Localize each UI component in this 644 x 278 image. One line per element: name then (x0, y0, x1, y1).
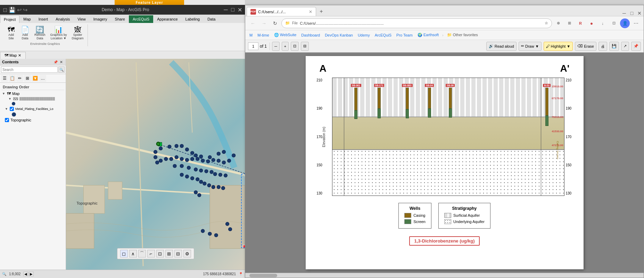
zoom-in-btn[interactable]: ⊞ (165, 250, 173, 257)
tab-view[interactable]: View (74, 15, 90, 23)
arcgis-title: Demo - Map - ArcGIS Pro (27, 7, 223, 12)
forward-btn[interactable]: → (259, 18, 269, 28)
drawing-order-btn[interactable]: 📋 (9, 75, 16, 82)
scrollbar-thumb[interactable] (249, 274, 277, 277)
profile-btn[interactable]: 👤 (620, 18, 630, 28)
tab-appearance[interactable]: Appearance (153, 15, 181, 23)
layer-item-blurred[interactable]: ▼ ████████████████ (1, 96, 64, 101)
panel-header-controls: 📌 ✕ (53, 59, 64, 64)
layer-dot[interactable] (1, 101, 64, 106)
curve-tool-btn[interactable]: ⌒ (138, 250, 146, 257)
pan-right-btn[interactable]: ▶ (29, 272, 34, 276)
fav-mtime[interactable]: M-time (255, 32, 271, 38)
pdf-content[interactable]: A A' 210 190 170 150 130 Elevation (m) (245, 53, 644, 273)
close-btn[interactable]: ✕ (237, 7, 242, 12)
tab-analysis[interactable]: Analysis (52, 15, 74, 23)
page-number-input[interactable] (248, 42, 258, 50)
select-tool-btn[interactable]: ◻ (120, 250, 128, 257)
ext3-btn[interactable]: ● (587, 18, 596, 28)
fit-page-btn[interactable]: ⊡ (291, 42, 299, 51)
tab-labeling[interactable]: Labeling (182, 15, 204, 23)
tab-share[interactable]: Share (111, 15, 129, 23)
fav-earthsoft[interactable]: 🌍 Earthsoft (415, 32, 441, 38)
layer-item-map[interactable]: ▼ 🗺 Map (1, 91, 64, 96)
browser-maximize-btn[interactable]: □ (629, 10, 635, 16)
settings-btn[interactable]: ⚙ (183, 250, 191, 257)
tab-close-btn[interactable]: ✕ (309, 9, 312, 14)
tab-imagery[interactable]: Imagery (90, 15, 111, 23)
tab-arcequis[interactable]: ArcEQuiS (129, 15, 153, 23)
browser-minimize-btn[interactable]: ─ (621, 10, 627, 16)
maximize-btn[interactable]: □ (230, 7, 235, 12)
fav-dashboard[interactable]: Dashboard (299, 32, 322, 38)
fav-m[interactable]: M (247, 32, 255, 38)
tab-project[interactable]: Project (0, 15, 19, 23)
back-btn[interactable]: ← (248, 18, 258, 28)
ext5-btn[interactable]: ⊡ (609, 18, 619, 28)
fav-proteam[interactable]: Pro Team (394, 32, 415, 38)
highlight-btn[interactable]: 🖊 Highlight ▼ (544, 42, 573, 51)
address-bar[interactable]: 📁 File C:/Users/........................… (281, 18, 552, 28)
add-site-button[interactable]: 🗺 AddSite (5, 25, 17, 41)
ext2-btn[interactable]: R (576, 18, 585, 28)
zoom-in-btn[interactable]: + (282, 42, 289, 51)
share-btn[interactable]: ↗ (621, 42, 629, 51)
graphics-by-location-button[interactable]: 📊 Graphics byLocation ▼ (49, 25, 69, 41)
angle-tool-btn[interactable]: ⌐ (147, 250, 155, 257)
pin-btn[interactable]: 📌 (631, 42, 641, 51)
add-data-button[interactable]: 📄 AddData (19, 25, 31, 41)
fav-devops[interactable]: DevOps Kanban (323, 32, 355, 38)
zoom-out-btn[interactable]: ─ (272, 42, 280, 51)
underlying-label: Underlying Aquifer (453, 220, 485, 224)
spider-diagram-button[interactable]: 🕸 SpiderDiagram (70, 25, 85, 41)
layer-item-topographic[interactable]: Topographic (1, 117, 64, 123)
fav-arcequis[interactable]: ArcEQuiS (373, 32, 394, 38)
refresh-data-button[interactable]: 🔄 RefreshData (33, 25, 47, 41)
layer-checkbox-metal[interactable] (10, 107, 14, 111)
read-aloud-btn[interactable]: 🔊 Read aloud (486, 42, 517, 51)
pdf-scrollbar-h[interactable] (245, 273, 644, 278)
filter-btn[interactable]: 🔽 (32, 75, 39, 82)
ext4-btn[interactable]: ↓ (598, 18, 608, 28)
panel-pin-btn[interactable]: 📌 (53, 59, 58, 64)
polyline-tool-btn[interactable]: ∧ (129, 250, 137, 257)
edit-btn[interactable]: ✏ (16, 75, 23, 82)
new-tab-btn[interactable]: + (317, 7, 326, 16)
scale-label: 🔍 (2, 272, 6, 276)
layer-item-metal-plating[interactable]: ▼ Metal_Plating_Facilities_Locations_2 (1, 106, 64, 112)
fav-other[interactable]: 📁 Other favorites (445, 32, 480, 38)
reload-btn[interactable]: ↻ (270, 18, 280, 28)
zoom-btn[interactable]: ⊡ (156, 250, 164, 257)
star-icon[interactable]: ☆ (545, 21, 548, 25)
zoom-out-btn[interactable]: ⊟ (174, 250, 182, 257)
search-button[interactable]: 🔍 (58, 66, 65, 73)
fav-websuite[interactable]: 🌐 WebSuite (272, 32, 299, 38)
minimize-btn[interactable]: ─ (223, 7, 228, 12)
tab-data[interactable]: Data (204, 15, 219, 23)
erase-btn[interactable]: ⌫ Erase (575, 42, 596, 51)
map-tab[interactable]: 🗺 Map ✕ (0, 52, 26, 59)
save-btn[interactable]: 💾 (609, 42, 619, 51)
pan-left-btn[interactable]: ◀ (23, 272, 28, 276)
map-canvas[interactable]: Topographic (66, 59, 245, 270)
translate-btn[interactable]: ⊕ (553, 18, 563, 28)
panel-close-btn[interactable]: ✕ (59, 59, 64, 64)
y-label-150: 150 (316, 163, 322, 167)
search-input[interactable] (1, 66, 58, 73)
ext1-btn[interactable]: ⊞ (564, 18, 574, 28)
contents-toolbar: ☰ 📋 ✏ ⊞ 🔽 … (0, 74, 66, 83)
svg-point-41 (173, 164, 176, 168)
tab-map[interactable]: Map (19, 15, 34, 23)
tab-insert[interactable]: Insert (35, 15, 52, 23)
table-btn[interactable]: ⊞ (24, 75, 31, 82)
layer-checkbox-topo[interactable] (5, 118, 9, 122)
fit-width-btn[interactable]: ⊟ (301, 42, 309, 51)
list-view-btn[interactable]: ☰ (1, 75, 8, 82)
draw-btn[interactable]: ✏ Draw ▼ (519, 42, 542, 51)
print-btn[interactable]: 🖨 (598, 42, 607, 51)
menu-btn[interactable]: ⋯ (631, 18, 641, 28)
browser-tab-active[interactable]: PDF C:/Users/.../.../... ✕ (247, 7, 316, 16)
browser-close-btn[interactable]: ✕ (637, 10, 642, 16)
fav-udemy[interactable]: Udemy (356, 32, 372, 38)
more-btn[interactable]: … (39, 75, 46, 82)
